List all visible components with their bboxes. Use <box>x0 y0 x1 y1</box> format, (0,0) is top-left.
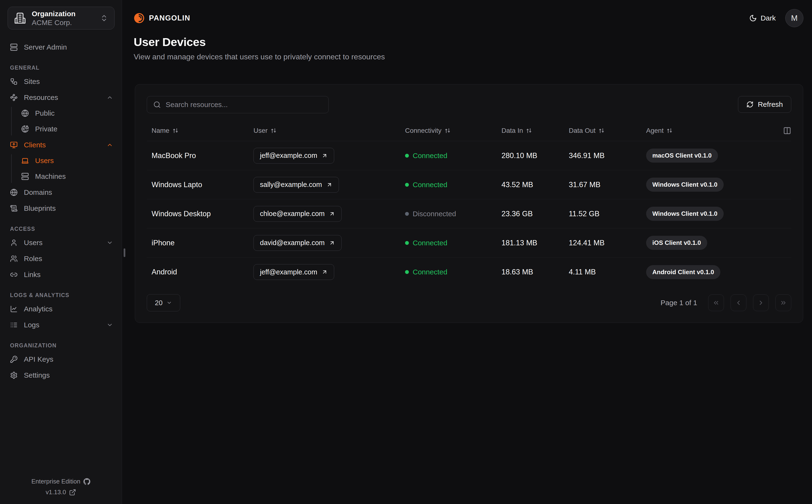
table-row: MacBook Pro jeff@example.com Connected 2… <box>147 141 791 170</box>
status-dot-icon <box>405 270 409 274</box>
sidebar-item-clients[interactable]: Clients <box>0 137 122 153</box>
user-link-button[interactable]: chloe@example.com <box>254 206 342 222</box>
topbar: PANGOLIN Dark M <box>122 0 812 27</box>
sidebar-item-client-users[interactable]: Users <box>11 153 122 169</box>
brand[interactable]: PANGOLIN <box>134 13 190 24</box>
column-header-data-out[interactable]: Data Out <box>564 127 641 134</box>
sidebar-item-resources[interactable]: Resources <box>0 89 122 105</box>
sidebar-item-label: Machines <box>35 172 66 180</box>
agent-badge: Android Client v0.1.0 <box>646 265 720 279</box>
last-page-button[interactable] <box>776 294 791 311</box>
device-name: MacBook Pro <box>147 151 249 160</box>
theme-toggle[interactable]: Dark <box>749 14 776 22</box>
search-input[interactable] <box>166 101 322 109</box>
sidebar-item-settings[interactable]: Settings <box>0 367 122 383</box>
table-row: Windows Desktop chloe@example.com Discon… <box>147 199 791 228</box>
sidebar-item-domains[interactable]: Domains <box>0 184 122 200</box>
sidebar-item-links[interactable]: Links <box>0 267 122 283</box>
sidebar-item-roles[interactable]: Roles <box>0 251 122 267</box>
page-size-select[interactable]: 20 <box>147 294 180 311</box>
agent-badge: Windows Client v0.1.0 <box>646 207 724 221</box>
sidebar-item-logs[interactable]: Logs <box>0 317 122 333</box>
sidebar-item-public[interactable]: Public <box>11 105 122 121</box>
sidebar-item-private[interactable]: Private <box>11 121 122 137</box>
columns-toggle-button[interactable] <box>783 127 791 135</box>
refresh-icon <box>746 101 754 108</box>
chevron-down-icon[interactable] <box>106 239 113 246</box>
user-link-button[interactable]: jeff@example.com <box>254 148 334 164</box>
chevron-right-icon <box>757 299 765 306</box>
sort-icon <box>444 128 451 134</box>
avatar[interactable]: M <box>785 9 803 27</box>
prev-page-button[interactable] <box>731 294 746 311</box>
sidebar-item-server-admin[interactable]: Server Admin <box>0 39 122 55</box>
globe-icon <box>21 109 29 117</box>
edition-link[interactable]: Enterprise Edition <box>0 478 122 485</box>
sites-icon <box>10 78 18 85</box>
sidebar-item-blueprints[interactable]: Blueprints <box>0 200 122 216</box>
arrow-up-right-icon <box>322 153 328 159</box>
connectivity-status: Disconnected <box>405 210 497 218</box>
server-icon <box>10 43 18 51</box>
org-selector[interactable]: Organization ACME Corp. <box>8 7 114 30</box>
devices-card: Refresh Name User Connectivity <box>135 84 803 323</box>
external-link-icon <box>69 489 76 496</box>
laptop-icon <box>21 157 29 165</box>
column-header-name[interactable]: Name <box>147 127 249 134</box>
column-header-user[interactable]: User <box>249 127 400 134</box>
clients-subgroup: Users Machines <box>11 153 122 184</box>
column-header-agent[interactable]: Agent <box>641 127 791 135</box>
pagination: Page 1 of 1 <box>661 294 791 311</box>
column-header-connectivity[interactable]: Connectivity <box>400 127 497 134</box>
table-row: iPhone david@example.com Connected 181.1… <box>147 228 791 257</box>
user-icon <box>10 239 18 247</box>
user-link-button[interactable]: jeff@example.com <box>254 264 334 280</box>
sort-icon <box>271 128 277 134</box>
arrow-up-right-icon <box>322 269 328 275</box>
avatar-initial: M <box>791 14 798 23</box>
data-out-value: 11.52 GB <box>564 210 641 218</box>
user-link-button[interactable]: sally@example.com <box>254 177 339 193</box>
user-link-button[interactable]: david@example.com <box>254 235 342 251</box>
chevron-up-icon[interactable] <box>106 142 113 148</box>
status-dot-icon <box>405 154 409 158</box>
version-link[interactable]: v1.13.0 <box>0 489 122 496</box>
first-page-button[interactable] <box>708 294 724 311</box>
data-in-value: 18.63 MB <box>497 268 564 276</box>
connectivity-status: Connected <box>405 268 497 276</box>
sidebar-item-sites[interactable]: Sites <box>0 73 122 89</box>
link-icon <box>10 271 18 278</box>
device-name: Windows Desktop <box>147 210 249 218</box>
sidebar-item-label: Domains <box>24 188 52 196</box>
connectivity-status: Connected <box>405 181 497 189</box>
column-header-data-in[interactable]: Data In <box>497 127 564 134</box>
agent-badge: macOS Client v0.1.0 <box>646 149 718 163</box>
section-label-organization: ORGANIZATION <box>10 342 122 349</box>
sidebar-item-label: Public <box>35 109 55 117</box>
sidebar-item-analytics[interactable]: Analytics <box>0 301 122 317</box>
chevrons-right-icon <box>780 299 787 306</box>
section-label-access: ACCESS <box>10 226 122 232</box>
arrow-up-right-icon <box>329 240 335 246</box>
version-label: v1.13.0 <box>46 489 66 496</box>
arrow-up-right-icon <box>329 211 335 217</box>
chevron-up-icon[interactable] <box>106 94 113 101</box>
chevron-down-icon[interactable] <box>106 322 113 328</box>
server-icon <box>21 173 29 180</box>
sidebar-item-users[interactable]: Users <box>0 235 122 251</box>
sidebar-item-client-machines[interactable]: Machines <box>11 169 122 184</box>
refresh-button[interactable]: Refresh <box>738 96 791 113</box>
chevron-down-icon <box>166 300 172 306</box>
devices-table: Name User Connectivity Data In <box>147 127 791 287</box>
search-icon <box>153 101 161 108</box>
theme-label: Dark <box>761 14 776 22</box>
scroll-text-icon <box>10 205 18 212</box>
sidebar-item-label: API Keys <box>24 355 53 363</box>
next-page-button[interactable] <box>753 294 769 311</box>
data-in-value: 23.36 GB <box>497 210 564 218</box>
sidebar-resize-handle[interactable] <box>124 248 125 257</box>
monitor-up-icon <box>10 141 18 149</box>
sidebar-item-api-keys[interactable]: API Keys <box>0 351 122 367</box>
sidebar-item-label: Sites <box>24 77 40 86</box>
sort-icon <box>172 128 178 134</box>
